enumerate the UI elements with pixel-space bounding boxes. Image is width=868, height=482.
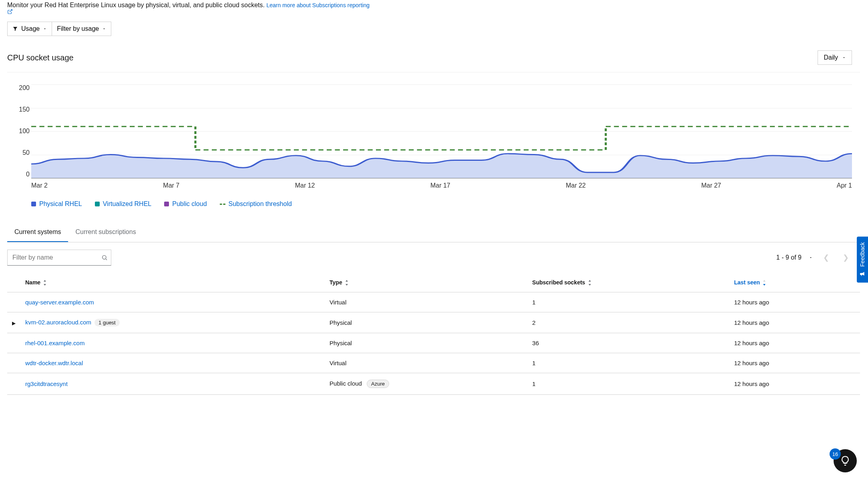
legend-swatch (31, 202, 36, 206)
bullhorn-icon (859, 270, 866, 277)
last-seen-cell: 12 hours ago (729, 373, 860, 395)
caret-down-icon (842, 56, 846, 60)
legend-item[interactable]: Virtualized RHEL (95, 200, 152, 208)
section-header: CPU socket usage Daily (7, 43, 860, 72)
chart-y-labels: 200150100500 (10, 84, 30, 178)
granularity-select[interactable]: Daily (818, 50, 852, 65)
usage-filter-button[interactable]: Usage (7, 22, 52, 36)
caret-down-icon[interactable] (809, 256, 813, 260)
funnel-icon (12, 26, 18, 32)
legend-item[interactable]: Public cloud (164, 200, 207, 208)
legend-item[interactable]: Physical RHEL (31, 200, 82, 208)
system-link[interactable]: rg3citdtracesynt (25, 380, 68, 387)
search-icon[interactable] (97, 254, 112, 261)
section-title: CPU socket usage (7, 53, 74, 62)
sockets-cell: 1 (527, 353, 729, 373)
expand-caret-icon[interactable]: ▶ (12, 320, 16, 326)
tab-current-subscriptions[interactable]: Current subscriptions (68, 223, 143, 242)
chart: 200150100500 Mar 2Mar 7Mar 12Mar 17Mar 2… (7, 72, 860, 212)
column-type[interactable]: Type (325, 273, 527, 292)
legend-item[interactable]: Subscription threshold (220, 200, 292, 208)
filter-name-input[interactable] (8, 250, 97, 265)
last-seen-cell: 12 hours ago (729, 353, 860, 373)
sockets-cell: 36 (527, 333, 729, 353)
svg-point-1 (102, 256, 106, 259)
tabs: Current systemsCurrent subscriptions (7, 223, 860, 242)
tab-current-systems[interactable]: Current systems (7, 223, 68, 242)
type-cell: Public cloud Azure (325, 373, 527, 395)
intro: Monitor your Red Hat Enterprise Linux us… (7, 0, 860, 22)
last-seen-cell: 12 hours ago (729, 333, 860, 353)
system-link[interactable]: kvm-02.auroracloud.com (25, 319, 91, 326)
last-seen-cell: 12 hours ago (729, 292, 860, 312)
table-toolbar: 1 - 9 of 9 ❮ ❯ (7, 242, 860, 273)
search-wrap (7, 250, 111, 266)
type-cell: Physical (325, 312, 527, 333)
last-seen-cell: 12 hours ago (729, 312, 860, 333)
type-cell: Virtual (325, 292, 527, 312)
legend-swatch (220, 204, 225, 205)
learn-more-text: Learn more about Subscriptions reporting (266, 2, 370, 8)
filter-by-usage-button[interactable]: Filter by usage (52, 22, 111, 36)
intro-text: Monitor your Red Hat Enterprise Linux us… (7, 2, 266, 8)
table-row: rhel-001.example.comPhysical3612 hours a… (7, 333, 860, 353)
type-cell: Virtual (325, 353, 527, 373)
system-link[interactable]: quay-server.example.com (25, 299, 94, 306)
svg-line-0 (10, 10, 12, 12)
usage-filter-label: Usage (21, 25, 40, 32)
sockets-cell: 2 (527, 312, 729, 333)
legend-swatch (164, 202, 169, 206)
guest-badge: 1 guest (94, 319, 120, 326)
caret-down-icon (43, 27, 47, 31)
system-link[interactable]: rhel-001.example.com (25, 340, 84, 346)
pagination-text: 1 - 9 of 9 (776, 254, 802, 261)
system-link[interactable]: wdtr-docker.wdtr.local (25, 360, 83, 366)
external-link-icon (7, 9, 860, 14)
type-cell: Physical (325, 333, 527, 353)
page-next-button[interactable]: ❯ (840, 252, 852, 264)
systems-table: NameTypeSubscribed socketsLast seen quay… (7, 273, 860, 395)
feedback-tab[interactable]: Feedback (857, 236, 868, 282)
filter-bar: Usage Filter by usage (7, 22, 860, 36)
chart-plot[interactable] (31, 84, 852, 178)
caret-down-icon (102, 27, 106, 31)
legend-label: Virtualized RHEL (103, 200, 152, 208)
svg-line-2 (106, 259, 107, 260)
sockets-cell: 1 (527, 292, 729, 312)
table-row: wdtr-docker.wdtr.localVirtual112 hours a… (7, 353, 860, 373)
column-last-seen[interactable]: Last seen (729, 273, 860, 292)
filter-by-usage-label: Filter by usage (57, 25, 99, 32)
legend-label: Subscription threshold (229, 200, 292, 208)
legend-label: Public cloud (172, 200, 207, 208)
sockets-cell: 1 (527, 373, 729, 395)
chart-x-labels: Mar 2Mar 7Mar 12Mar 17Mar 22Mar 27Apr 1 (31, 182, 852, 189)
column-name[interactable]: Name (20, 273, 325, 292)
column-subscribed-sockets[interactable]: Subscribed sockets (527, 273, 729, 292)
legend-swatch (95, 202, 100, 206)
legend-label: Physical RHEL (39, 200, 82, 208)
table-row: rg3citdtracesyntPublic cloud Azure112 ho… (7, 373, 860, 395)
table-row: ▶kvm-02.auroracloud.com1 guestPhysical21… (7, 312, 860, 333)
chart-legend: Physical RHELVirtualized RHELPublic clou… (31, 200, 860, 208)
feedback-label: Feedback (859, 242, 866, 266)
page-prev-button[interactable]: ❮ (820, 252, 832, 264)
granularity-label: Daily (824, 54, 838, 61)
pagination: 1 - 9 of 9 ❮ ❯ (776, 252, 852, 264)
table-row: quay-server.example.comVirtual112 hours … (7, 292, 860, 312)
cloud-badge: Azure (367, 380, 389, 388)
